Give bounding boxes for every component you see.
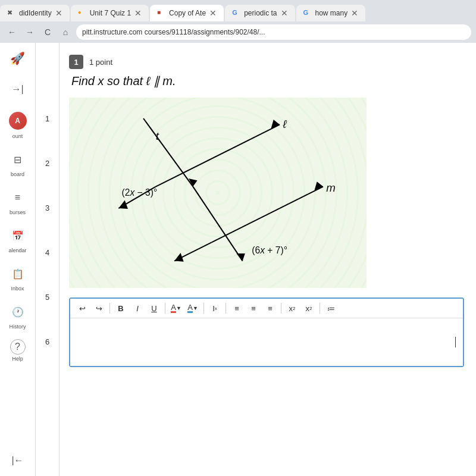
question-text: Find x so that ℓ ∥ m. bbox=[71, 74, 464, 88]
subscript-button[interactable]: x2 bbox=[302, 301, 316, 315]
dashboard-label: board bbox=[11, 171, 24, 177]
svg-line-10 bbox=[212, 187, 324, 243]
tab5-label: how many bbox=[315, 9, 348, 17]
account-label: ount bbox=[12, 133, 23, 139]
svg-marker-8 bbox=[118, 201, 128, 209]
collapse-icon: →| bbox=[7, 79, 29, 100]
editor-toolbar: ↩ ↪ B I U A ▼ A ▼ bbox=[69, 298, 464, 367]
underline-button[interactable]: U bbox=[147, 301, 161, 315]
svg-text:t: t bbox=[156, 130, 159, 142]
tab3-label: Copy of Ate bbox=[169, 9, 206, 17]
svg-text:m: m bbox=[326, 181, 336, 194]
align-center-button[interactable]: ≡ bbox=[246, 301, 261, 315]
sidebar-item-dashboard[interactable]: ⊟ board bbox=[7, 149, 29, 177]
sidebar-item-account[interactable]: A ount bbox=[9, 109, 27, 139]
align-left-button[interactable]: ≡ bbox=[230, 301, 244, 315]
number-1: 1 bbox=[45, 114, 49, 123]
tab4-close[interactable]: ✕ bbox=[281, 8, 288, 18]
tab-howmany[interactable]: G how many ✕ bbox=[296, 5, 366, 21]
sidebar-item-collapse[interactable]: →| bbox=[7, 79, 29, 100]
tab4-favicon: G bbox=[232, 9, 240, 17]
divider-5 bbox=[281, 303, 281, 314]
tab1-label: didIdentity bbox=[19, 9, 52, 17]
sidebar-item-calendar[interactable]: 📅 alendar bbox=[7, 225, 29, 253]
number-3: 3 bbox=[45, 203, 49, 212]
divider-3 bbox=[203, 303, 204, 314]
tab3-favicon: ■ bbox=[157, 9, 165, 17]
divider-1 bbox=[109, 303, 110, 314]
calendar-label: alendar bbox=[8, 248, 26, 253]
divider-2 bbox=[165, 303, 165, 314]
tab2-favicon: ● bbox=[78, 9, 86, 17]
cursor-indicator bbox=[455, 337, 456, 347]
tab4-label: periodic ta bbox=[244, 9, 277, 17]
toolbar-row: ↩ ↪ B I U A ▼ A ▼ bbox=[70, 299, 463, 318]
tab-dididentity[interactable]: ✖ didIdentity ✕ bbox=[0, 5, 70, 21]
tab1-close[interactable]: ✕ bbox=[55, 8, 62, 18]
question-number-badge: 1 bbox=[69, 55, 83, 69]
divider-4 bbox=[226, 303, 226, 314]
nav-forward-button[interactable]: → bbox=[23, 25, 37, 39]
dashboard-icon: ⊟ bbox=[7, 149, 29, 170]
tab-copyofate[interactable]: ■ Copy of Ate ✕ bbox=[150, 5, 224, 21]
svg-line-5 bbox=[156, 124, 280, 186]
number-sidebar: 1 2 3 4 5 6 bbox=[36, 43, 60, 476]
sidebar-bottom-collapse[interactable]: |← bbox=[7, 450, 29, 471]
clear-format-button[interactable]: Ix bbox=[208, 301, 222, 315]
main-area: 🚀 →| A ount ⊟ board ≡ burses 📅 alendar 📋 bbox=[0, 43, 476, 476]
help-icon: ? bbox=[10, 339, 26, 355]
undo-button[interactable]: ↩ bbox=[75, 301, 89, 315]
address-text: pitt.instructure.com courses/91118/assig… bbox=[82, 28, 265, 36]
svg-marker-3 bbox=[236, 253, 245, 261]
svg-line-2 bbox=[193, 187, 242, 261]
sidebar-item-inbox[interactable]: 📋 Inbox bbox=[7, 263, 29, 292]
tab3-close[interactable]: ✕ bbox=[209, 8, 217, 18]
tab-unit7quiz[interactable]: ● Unit 7 Quiz 1 ✕ bbox=[71, 5, 149, 21]
content-area: 1 1 point Find x so that ℓ ∥ m. t bbox=[60, 43, 476, 476]
redo-button[interactable]: ↪ bbox=[92, 301, 106, 315]
number-5: 5 bbox=[45, 293, 49, 302]
tab-bar: ✖ didIdentity ✕ ● Unit 7 Quiz 1 ✕ ■ Copy… bbox=[0, 0, 476, 21]
bold-button[interactable]: B bbox=[114, 301, 128, 315]
highlight-button[interactable]: A ▼ bbox=[186, 301, 200, 315]
question-header: 1 1 point bbox=[69, 55, 464, 69]
avatar: A bbox=[9, 112, 27, 130]
sidebar-item-history[interactable]: 🕐 History bbox=[7, 301, 29, 330]
history-icon: 🕐 bbox=[7, 301, 29, 322]
svg-text:(2x − 3)°: (2x − 3)° bbox=[122, 187, 158, 198]
question-points: 1 point bbox=[89, 58, 112, 67]
inbox-icon: 📋 bbox=[7, 263, 29, 284]
svg-text:ℓ: ℓ bbox=[282, 118, 287, 130]
tab2-label: Unit 7 Quiz 1 bbox=[90, 9, 131, 17]
tab1-favicon: ✖ bbox=[7, 9, 15, 17]
nav-refresh-button[interactable]: C bbox=[40, 25, 55, 39]
italic-button[interactable]: I bbox=[130, 301, 145, 315]
number-4: 4 bbox=[45, 248, 49, 257]
sidebar-item-rocket[interactable]: 🚀 bbox=[7, 48, 29, 69]
sidebar-item-help[interactable]: ? Help bbox=[10, 339, 26, 362]
address-bar-row: ← → C ⌂ pitt.instructure.com courses/911… bbox=[0, 21, 476, 43]
nav-home-button[interactable]: ⌂ bbox=[58, 25, 73, 39]
tab2-close[interactable]: ✕ bbox=[134, 8, 142, 18]
divider-6 bbox=[320, 303, 320, 314]
align-right-button[interactable]: ≡ bbox=[263, 301, 277, 315]
inbox-label: Inbox bbox=[11, 286, 24, 292]
help-label: Help bbox=[12, 356, 23, 362]
editor-body[interactable] bbox=[70, 318, 463, 366]
courses-label: burses bbox=[10, 209, 26, 215]
tab-periodic[interactable]: G periodic ta ✕ bbox=[225, 5, 295, 21]
tab5-close[interactable]: ✕ bbox=[351, 8, 358, 18]
number-6: 6 bbox=[45, 337, 49, 346]
courses-icon: ≡ bbox=[7, 187, 29, 208]
svg-text:(6x + 7)°: (6x + 7)° bbox=[252, 245, 287, 255]
list-button[interactable]: ≔ bbox=[324, 301, 338, 315]
canvas-sidebar: 🚀 →| A ount ⊟ board ≡ burses 📅 alendar 📋 bbox=[0, 43, 36, 476]
diagram-container: t ℓ m (2x − 3)° (6 bbox=[69, 98, 367, 288]
rocket-icon: 🚀 bbox=[7, 48, 29, 69]
sidebar-item-courses[interactable]: ≡ burses bbox=[7, 187, 29, 215]
svg-line-0 bbox=[143, 118, 193, 187]
font-color-button[interactable]: A ▼ bbox=[169, 301, 183, 315]
address-bar[interactable]: pitt.instructure.com courses/91118/assig… bbox=[76, 24, 471, 40]
nav-back-button[interactable]: ← bbox=[5, 25, 19, 39]
superscript-button[interactable]: x2 bbox=[285, 301, 299, 315]
